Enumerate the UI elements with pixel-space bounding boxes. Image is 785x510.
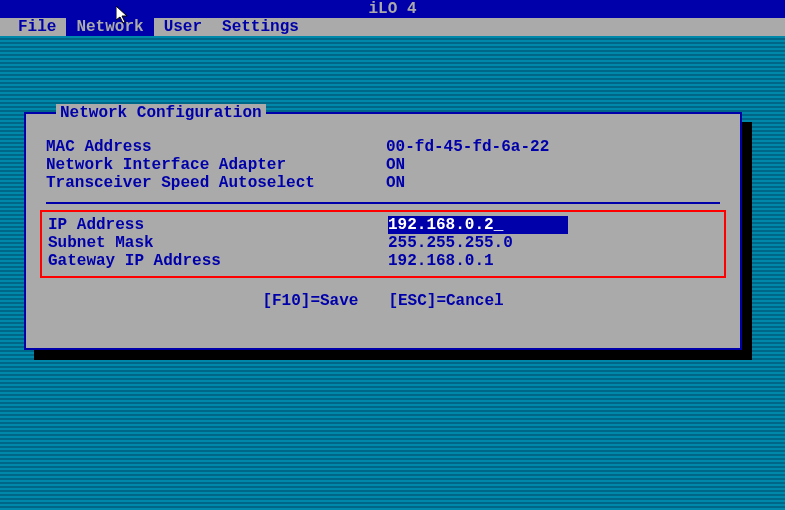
speed-label: Transceiver Speed Autoselect [46, 174, 386, 192]
subnet-row: Subnet Mask 255.255.255.0 [42, 234, 724, 252]
menu-bar: File Network User Settings [0, 18, 785, 36]
ip-settings-highlight: IP Address 192.168.0.2 Subnet Mask 255.2… [40, 210, 726, 278]
ip-address-row: IP Address 192.168.0.2 [42, 216, 724, 234]
gateway-value[interactable]: 192.168.0.1 [388, 252, 718, 270]
dialog-title: Network Configuration [56, 104, 266, 122]
subnet-label: Subnet Mask [48, 234, 388, 252]
ip-address-field[interactable]: 192.168.0.2 [388, 216, 718, 234]
nic-value[interactable]: ON [386, 156, 720, 174]
menu-user[interactable]: User [154, 18, 212, 36]
divider [46, 202, 720, 204]
subnet-value[interactable]: 255.255.255.0 [388, 234, 718, 252]
menu-network[interactable]: Network [66, 18, 153, 36]
title-bar: iLO 4 [0, 0, 785, 18]
speed-value[interactable]: ON [386, 174, 720, 192]
dialog-footer: [F10]=Save [ESC]=Cancel [46, 292, 720, 310]
gateway-row: Gateway IP Address 192.168.0.1 [42, 252, 724, 270]
dialog-content: MAC Address 00-fd-45-fd-6a-22 Network In… [26, 114, 740, 320]
speed-row: Transceiver Speed Autoselect ON [46, 174, 720, 192]
cancel-hint[interactable]: [ESC]=Cancel [388, 292, 503, 310]
nic-label: Network Interface Adapter [46, 156, 386, 174]
nic-row: Network Interface Adapter ON [46, 156, 720, 174]
mac-address-label: MAC Address [46, 138, 386, 156]
mac-address-value: 00-fd-45-fd-6a-22 [386, 138, 720, 156]
menu-file[interactable]: File [8, 18, 66, 36]
ip-address-input[interactable]: 192.168.0.2 [388, 216, 568, 234]
mac-address-row: MAC Address 00-fd-45-fd-6a-22 [46, 138, 720, 156]
ip-address-label: IP Address [48, 216, 388, 234]
gateway-label: Gateway IP Address [48, 252, 388, 270]
network-config-dialog: Network Configuration MAC Address 00-fd-… [24, 112, 742, 350]
save-hint[interactable]: [F10]=Save [262, 292, 358, 310]
app-title: iLO 4 [368, 0, 416, 18]
menu-settings[interactable]: Settings [212, 18, 309, 36]
